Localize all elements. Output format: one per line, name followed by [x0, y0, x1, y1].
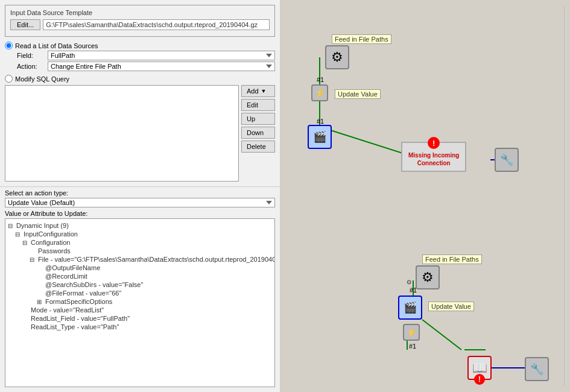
list-buttons: Add ▼ Edit Up Down Delete [241, 85, 275, 182]
film-node-top[interactable]: 🎬 [308, 125, 332, 149]
tree-expander[interactable]: ⊞ [37, 299, 44, 305]
tree-text: File - value="G:\FTP\sales\Samantha\Data… [38, 256, 275, 263]
bottom-num1b: #1 [409, 343, 416, 350]
action-type-row: Select an action type: [0, 187, 280, 198]
field-row: Field: FullPath [17, 51, 275, 60]
error-box: ! Missing IncomingConnection [401, 142, 466, 172]
feed-file-paths-label-top: Feed in File Paths [332, 34, 391, 44]
tree-text: @OutputFileName [45, 264, 100, 271]
divider [564, 6, 565, 386]
section-title: Input Data Source Template [10, 9, 270, 16]
tree-item[interactable]: ⊞FormatSpecificOptions [8, 297, 272, 306]
tree-text: ReadList_Field - value="FullPath" [31, 315, 130, 322]
svg-line-5 [422, 320, 461, 350]
tree-item[interactable]: @RecordLimit [8, 272, 272, 280]
tree-text: Dynamic Input (9) [16, 222, 69, 229]
update-value-label-bottom: Update Value [428, 302, 474, 311]
error-text-top: Missing IncomingConnection [408, 151, 459, 167]
lightning-node-top[interactable]: ⚡ [311, 84, 328, 101]
film-icon-top[interactable]: 🎬 [308, 125, 332, 149]
error-icon: ! [428, 137, 440, 149]
tree-item[interactable]: @OutputFileName [8, 264, 272, 272]
up-button[interactable]: Up [241, 113, 275, 125]
tree-text: Configuration [31, 239, 70, 246]
action-label: Action: [17, 63, 44, 70]
connector-dot-bottom: ⊙ [407, 279, 411, 285]
tree-text: ReadList_Type - value="Path" [31, 323, 119, 330]
tree-item[interactable]: @SearchSubDirs - value="False" [8, 280, 272, 289]
tree-text: @RecordLimit [45, 273, 87, 280]
down-button[interactable]: Down [241, 127, 275, 139]
edit-button[interactable]: Edit... [10, 19, 40, 30]
film-node-bottom[interactable]: 🎬 [398, 296, 422, 320]
field-dropdown[interactable]: FullPath [48, 51, 275, 60]
lightning-icon-bottom: ⚡ [403, 324, 420, 341]
bottom-num1: #1 [410, 286, 417, 294]
tree-expander[interactable]: ⊟ [22, 239, 30, 246]
action-type-dropdown[interactable]: Update Value (Default) [5, 198, 275, 207]
action-type-label: Select an action type: [5, 189, 68, 197]
modify-sql-radio-row: Modify SQL Query [5, 75, 275, 83]
left-panel: Input Data Source Template Edit... G:\FT… [0, 0, 280, 392]
action-dropdown[interactable]: Change Entire File Path [48, 62, 275, 71]
list-area [5, 85, 239, 182]
tree-text: @FileFormat - value="66" [45, 289, 121, 297]
path-display: G:\FTP\sales\Samantha\DataExtracts\schd.… [43, 19, 270, 30]
tree-expander[interactable]: ⊟ [30, 256, 37, 263]
lightning-icon-top: ⚡ [311, 84, 328, 101]
tree-item[interactable]: ⊟Dynamic Input (9) [8, 221, 272, 230]
tree-item[interactable]: ⊟Configuration [8, 238, 272, 247]
book-error-icon: ! [474, 374, 485, 385]
tree-text: FormatSpecificOptions [45, 298, 112, 305]
error-container: ! Missing IncomingConnection [401, 142, 466, 172]
tree-text: @SearchSubDirs - value="False" [45, 281, 143, 288]
wrench-node-top[interactable]: 🔧 [495, 148, 519, 172]
read-list-radio[interactable] [5, 42, 13, 49]
list-area-container: Add ▼ Edit Up Down Delete [5, 85, 275, 182]
action-type-dropdown-row: Update Value (Default) [0, 198, 280, 209]
gear-icon-top[interactable]: ⚙ [325, 45, 349, 69]
top-num1b: #1 [317, 118, 324, 125]
tree-text: Passwords [38, 247, 71, 254]
film-icon-bottom[interactable]: 🎬 [398, 296, 422, 320]
lightning-node-bottom: ⚡ [403, 324, 420, 341]
right-panel: Feed in File Paths ⚙ #1 ⚡ Update Value #… [280, 0, 570, 392]
tree-expander[interactable]: ⊟ [8, 223, 15, 229]
delete-button[interactable]: Delete [241, 141, 275, 153]
tree-item[interactable]: ReadList_Type - value="Path" [8, 323, 272, 331]
tree-item[interactable]: Passwords [8, 247, 272, 255]
tree-container: ⊟Dynamic Input (9)⊟InputConfiguration⊟Co… [5, 218, 275, 387]
tree-text: InputConfiguration [24, 230, 78, 238]
gear-icon-bottom[interactable]: ⚙ [416, 265, 440, 289]
modify-sql-label: Modify SQL Query [15, 75, 69, 83]
wrench-icon-top[interactable]: 🔧 [495, 148, 519, 172]
tree-item[interactable]: Mode - value="ReadList" [8, 306, 272, 314]
wrench-node-bottom[interactable]: 🔧 [525, 357, 549, 381]
edit-row: Edit... G:\FTP\sales\Samantha\DataExtrac… [10, 19, 270, 30]
value-label: Value or Attribute to Update: [0, 209, 280, 218]
bottom-section: Select an action type: Update Value (Def… [0, 186, 280, 392]
add-button[interactable]: Add ▼ [241, 85, 275, 97]
edit-list-button[interactable]: Edit [241, 99, 275, 111]
read-list-label: Read a List of Data Sources [15, 42, 98, 49]
svg-line-2 [329, 130, 410, 156]
wrench-icon-bottom[interactable]: 🔧 [525, 357, 549, 381]
field-label: Field: [17, 52, 44, 59]
action-row: Action: Change Entire File Path [17, 62, 275, 71]
modify-sql-radio[interactable] [5, 75, 13, 83]
tree-item[interactable]: ⊟File - value="G:\FTP\sales\Samantha\Dat… [8, 255, 272, 264]
read-list-radio-row: Read a List of Data Sources [5, 42, 275, 49]
tree-expander[interactable]: ⊟ [15, 231, 22, 238]
gear-node-top[interactable]: Feed in File Paths ⚙ [308, 33, 367, 69]
book-node-bottom[interactable]: 📖 ! [467, 356, 492, 380]
top-num1: #1 [317, 76, 324, 83]
update-value-label-top: Update Value [335, 89, 381, 99]
tree-item[interactable]: ReadList_Field - value="FullPath" [8, 314, 272, 323]
input-data-source-section: Input Data Source Template Edit... G:\FT… [5, 5, 275, 37]
tree-item[interactable]: ⊟InputConfiguration [8, 230, 272, 238]
feed-file-paths-label-bottom: Feed in File Paths [422, 254, 482, 264]
tree-item[interactable]: @FileFormat - value="66" [8, 289, 272, 297]
add-arrow-icon: ▼ [261, 88, 267, 94]
tree-text: Mode - value="ReadList" [31, 306, 104, 314]
